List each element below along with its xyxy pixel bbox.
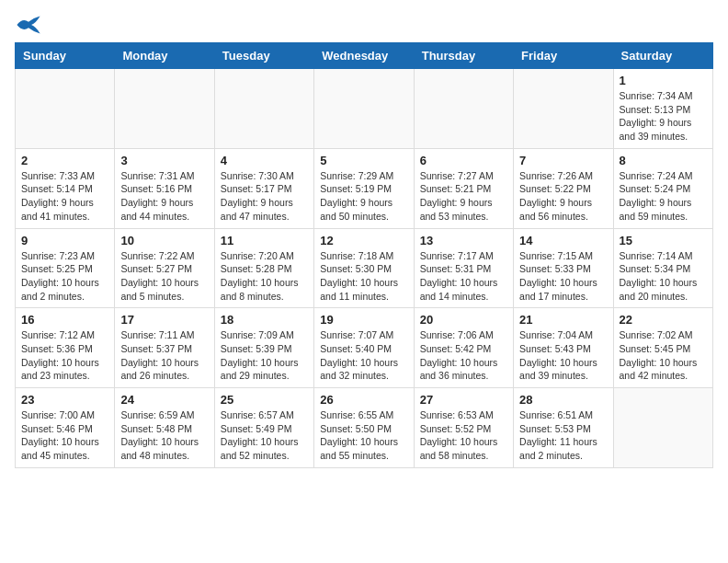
- day-number: 7: [519, 154, 607, 167]
- day-info: Sunrise: 7:34 AM Sunset: 5:13 PM Dayligh…: [620, 89, 707, 144]
- calendar-table: SundayMondayTuesdayWednesdayThursdayFrid…: [15, 42, 713, 468]
- calendar-cell: 9Sunrise: 7:23 AM Sunset: 5:25 PM Daylig…: [16, 228, 115, 308]
- calendar-cell: 21Sunrise: 7:04 AM Sunset: 5:43 PM Dayli…: [514, 308, 613, 388]
- day-info: Sunrise: 7:33 AM Sunset: 5:14 PM Dayligh…: [21, 169, 108, 224]
- calendar-cell: [214, 69, 313, 149]
- calendar-cell: 27Sunrise: 6:53 AM Sunset: 5:52 PM Dayli…: [414, 388, 513, 468]
- calendar-cell: 8Sunrise: 7:24 AM Sunset: 5:24 PM Daylig…: [613, 148, 712, 228]
- calendar-cell: 28Sunrise: 6:51 AM Sunset: 5:53 PM Dayli…: [514, 388, 613, 468]
- day-info: Sunrise: 7:06 AM Sunset: 5:42 PM Dayligh…: [420, 328, 507, 383]
- calendar-cell: 24Sunrise: 6:59 AM Sunset: 5:48 PM Dayli…: [115, 388, 214, 468]
- calendar-cell: 15Sunrise: 7:14 AM Sunset: 5:34 PM Dayli…: [613, 228, 712, 308]
- day-number: 6: [420, 154, 507, 167]
- calendar-header-row: SundayMondayTuesdayWednesdayThursdayFrid…: [16, 43, 713, 69]
- logo: [15, 15, 44, 35]
- day-header-thursday: Thursday: [414, 43, 513, 69]
- day-number: 4: [221, 154, 308, 167]
- calendar-cell: 12Sunrise: 7:18 AM Sunset: 5:30 PM Dayli…: [314, 228, 414, 308]
- day-header-wednesday: Wednesday: [314, 43, 414, 69]
- week-row-3: 9Sunrise: 7:23 AM Sunset: 5:25 PM Daylig…: [16, 228, 713, 308]
- day-info: Sunrise: 7:14 AM Sunset: 5:34 PM Dayligh…: [620, 249, 707, 304]
- day-info: Sunrise: 7:12 AM Sunset: 5:36 PM Dayligh…: [21, 328, 108, 383]
- calendar-cell: 13Sunrise: 7:17 AM Sunset: 5:31 PM Dayli…: [414, 228, 513, 308]
- calendar-cell: 1Sunrise: 7:34 AM Sunset: 5:13 PM Daylig…: [613, 69, 712, 149]
- day-info: Sunrise: 7:17 AM Sunset: 5:31 PM Dayligh…: [420, 249, 507, 304]
- day-number: 27: [420, 393, 507, 407]
- calendar-cell: [314, 69, 414, 149]
- calendar-cell: 16Sunrise: 7:12 AM Sunset: 5:36 PM Dayli…: [16, 308, 115, 388]
- day-info: Sunrise: 7:20 AM Sunset: 5:28 PM Dayligh…: [221, 249, 308, 304]
- day-number: 28: [519, 393, 607, 407]
- day-info: Sunrise: 7:15 AM Sunset: 5:33 PM Dayligh…: [519, 249, 607, 304]
- day-info: Sunrise: 7:27 AM Sunset: 5:21 PM Dayligh…: [420, 169, 507, 224]
- calendar-cell: [514, 69, 613, 149]
- calendar-cell: 23Sunrise: 7:00 AM Sunset: 5:46 PM Dayli…: [16, 388, 115, 468]
- calendar-cell: 2Sunrise: 7:33 AM Sunset: 5:14 PM Daylig…: [16, 148, 115, 228]
- day-header-sunday: Sunday: [16, 43, 115, 69]
- day-number: 22: [620, 313, 707, 327]
- day-info: Sunrise: 7:22 AM Sunset: 5:27 PM Dayligh…: [120, 249, 208, 304]
- day-info: Sunrise: 6:53 AM Sunset: 5:52 PM Dayligh…: [420, 408, 507, 463]
- calendar-cell: 26Sunrise: 6:55 AM Sunset: 5:50 PM Dayli…: [314, 388, 414, 468]
- calendar-cell: 7Sunrise: 7:26 AM Sunset: 5:22 PM Daylig…: [514, 148, 613, 228]
- day-info: Sunrise: 7:29 AM Sunset: 5:19 PM Dayligh…: [320, 169, 407, 224]
- calendar-cell: 20Sunrise: 7:06 AM Sunset: 5:42 PM Dayli…: [414, 308, 513, 388]
- day-number: 3: [120, 154, 208, 167]
- day-number: 21: [519, 313, 607, 327]
- day-number: 23: [21, 393, 108, 407]
- day-info: Sunrise: 7:02 AM Sunset: 5:45 PM Dayligh…: [620, 328, 707, 383]
- calendar-cell: [414, 69, 513, 149]
- calendar-cell: 22Sunrise: 7:02 AM Sunset: 5:45 PM Dayli…: [613, 308, 712, 388]
- day-number: 5: [320, 154, 407, 167]
- day-info: Sunrise: 6:55 AM Sunset: 5:50 PM Dayligh…: [320, 408, 407, 463]
- calendar-cell: 18Sunrise: 7:09 AM Sunset: 5:39 PM Dayli…: [214, 308, 313, 388]
- week-row-1: 1Sunrise: 7:34 AM Sunset: 5:13 PM Daylig…: [16, 69, 713, 149]
- day-header-saturday: Saturday: [613, 43, 712, 69]
- day-number: 14: [519, 234, 607, 247]
- day-number: 20: [420, 313, 507, 327]
- day-info: Sunrise: 7:26 AM Sunset: 5:22 PM Dayligh…: [519, 169, 607, 224]
- day-number: 18: [221, 313, 308, 327]
- day-info: Sunrise: 7:07 AM Sunset: 5:40 PM Dayligh…: [320, 328, 407, 383]
- week-row-4: 16Sunrise: 7:12 AM Sunset: 5:36 PM Dayli…: [16, 308, 713, 388]
- day-info: Sunrise: 6:51 AM Sunset: 5:53 PM Dayligh…: [519, 408, 607, 463]
- calendar-cell: 3Sunrise: 7:31 AM Sunset: 5:16 PM Daylig…: [115, 148, 214, 228]
- calendar-cell: 6Sunrise: 7:27 AM Sunset: 5:21 PM Daylig…: [414, 148, 513, 228]
- calendar-cell: [115, 69, 214, 149]
- day-number: 12: [320, 234, 407, 247]
- day-number: 26: [320, 393, 407, 407]
- calendar-cell: 11Sunrise: 7:20 AM Sunset: 5:28 PM Dayli…: [214, 228, 313, 308]
- week-row-5: 23Sunrise: 7:00 AM Sunset: 5:46 PM Dayli…: [16, 388, 713, 468]
- calendar-cell: 5Sunrise: 7:29 AM Sunset: 5:19 PM Daylig…: [314, 148, 414, 228]
- day-info: Sunrise: 7:30 AM Sunset: 5:17 PM Dayligh…: [221, 169, 308, 224]
- calendar-cell: [16, 69, 115, 149]
- day-header-tuesday: Tuesday: [214, 43, 313, 69]
- day-info: Sunrise: 7:09 AM Sunset: 5:39 PM Dayligh…: [221, 328, 308, 383]
- day-number: 15: [620, 234, 707, 247]
- day-number: 9: [21, 234, 108, 247]
- day-info: Sunrise: 7:11 AM Sunset: 5:37 PM Dayligh…: [120, 328, 208, 383]
- day-number: 1: [620, 74, 707, 87]
- calendar-cell: 17Sunrise: 7:11 AM Sunset: 5:37 PM Dayli…: [115, 308, 214, 388]
- day-number: 24: [120, 393, 208, 407]
- page-header: [15, 15, 713, 35]
- calendar-cell: 19Sunrise: 7:07 AM Sunset: 5:40 PM Dayli…: [314, 308, 414, 388]
- day-info: Sunrise: 7:04 AM Sunset: 5:43 PM Dayligh…: [519, 328, 607, 383]
- day-info: Sunrise: 7:31 AM Sunset: 5:16 PM Dayligh…: [120, 169, 208, 224]
- day-header-monday: Monday: [115, 43, 214, 69]
- day-info: Sunrise: 7:18 AM Sunset: 5:30 PM Dayligh…: [320, 249, 407, 304]
- day-number: 13: [420, 234, 507, 247]
- day-info: Sunrise: 7:00 AM Sunset: 5:46 PM Dayligh…: [21, 408, 108, 463]
- calendar-cell: 25Sunrise: 6:57 AM Sunset: 5:49 PM Dayli…: [214, 388, 313, 468]
- day-number: 11: [221, 234, 308, 247]
- day-number: 16: [21, 313, 108, 327]
- day-header-friday: Friday: [514, 43, 613, 69]
- calendar-cell: 10Sunrise: 7:22 AM Sunset: 5:27 PM Dayli…: [115, 228, 214, 308]
- day-info: Sunrise: 7:23 AM Sunset: 5:25 PM Dayligh…: [21, 249, 108, 304]
- day-info: Sunrise: 7:24 AM Sunset: 5:24 PM Dayligh…: [620, 169, 707, 224]
- calendar-cell: 4Sunrise: 7:30 AM Sunset: 5:17 PM Daylig…: [214, 148, 313, 228]
- day-info: Sunrise: 6:59 AM Sunset: 5:48 PM Dayligh…: [120, 408, 208, 463]
- day-number: 2: [21, 154, 108, 167]
- day-number: 10: [120, 234, 208, 247]
- calendar-cell: [613, 388, 712, 468]
